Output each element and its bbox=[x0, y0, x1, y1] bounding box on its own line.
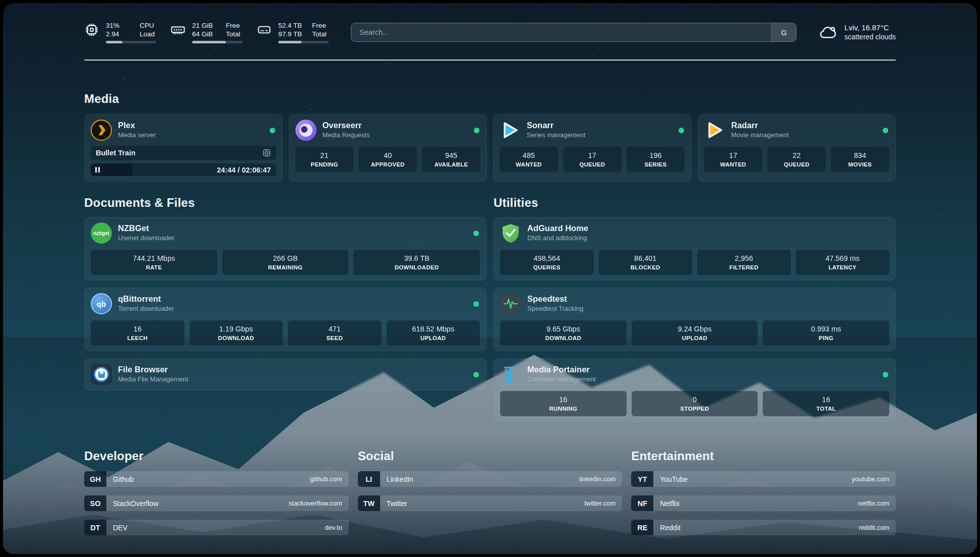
disk-widget: 52.4 TB 97.9 TB Free Total bbox=[257, 21, 329, 43]
filebrowser-icon bbox=[91, 364, 112, 385]
weather-location-temp: Lviv, 16.87°C bbox=[844, 23, 896, 32]
stat-value: 17 bbox=[565, 151, 620, 160]
stat-label: AVAILABLE bbox=[424, 160, 478, 169]
portainer-icon bbox=[500, 364, 521, 385]
bookmark-abbr: NF bbox=[631, 495, 653, 511]
bookmark-group-developer: Developer GH Github github.com SO StackO… bbox=[84, 449, 349, 544]
service-name: Sonarr bbox=[527, 120, 672, 130]
service-card-nzbget[interactable]: nzbget NZBGet Usenet downloader 744.21 M… bbox=[84, 217, 486, 281]
stat-value: 16 bbox=[765, 395, 887, 404]
section-utilities: Utilities bbox=[494, 196, 896, 429]
now-playing-icon bbox=[262, 148, 271, 157]
bookmark-url: github.com bbox=[310, 475, 342, 483]
stat-label: UPLOAD bbox=[389, 334, 478, 342]
bookmark-url: reddit.com bbox=[859, 524, 889, 531]
memory-progress-fill bbox=[192, 41, 226, 43]
stat-value: 0.993 ms bbox=[765, 324, 887, 333]
service-subtitle: Movie management bbox=[731, 130, 877, 140]
adguard-icon bbox=[500, 222, 521, 244]
service-card-sonarr[interactable]: Sonarr Series management 485 WANTED 17 Q… bbox=[493, 114, 692, 182]
stat-queued: 22 QUEUED bbox=[767, 147, 826, 172]
service-subtitle: Usenet downloader bbox=[118, 233, 467, 243]
cpu-progress-fill bbox=[106, 41, 122, 43]
disk-values: 52.4 TB 97.9 TB bbox=[278, 21, 305, 38]
cpu-labels: CPU Load bbox=[140, 21, 155, 38]
search-input[interactable] bbox=[351, 23, 771, 41]
stat-label: RATE bbox=[93, 263, 215, 271]
service-name: AdGuard Home bbox=[527, 223, 889, 233]
memory-widget: 21 GiB 64 GiB Free Total bbox=[170, 21, 242, 43]
stat-value: 834 bbox=[833, 151, 887, 160]
bookmark-url: youtube.com bbox=[852, 475, 889, 483]
service-card-qbittorrent[interactable]: qb qBittorrent Torrent downloader 16 LEE… bbox=[84, 288, 486, 351]
bookmark-group-social: Social LI LinkedIn linkedin.com TW Twitt… bbox=[358, 449, 623, 520]
snow-specks bbox=[3, 3, 4, 4]
stat-label: LATENCY bbox=[798, 263, 888, 271]
bookmark-name: Github bbox=[113, 475, 310, 483]
section-title-social: Social bbox=[358, 449, 623, 463]
bookmark-dev[interactable]: DT DEV dev.to bbox=[84, 520, 349, 535]
stat-value: 744.21 Mbps bbox=[93, 254, 215, 263]
stat-label: FILTERED bbox=[699, 263, 789, 271]
stat-value: 9.24 Gbps bbox=[634, 324, 756, 333]
section-media: Media Plex Media server bbox=[84, 92, 896, 182]
stat-wanted: 485 WANTED bbox=[500, 147, 558, 172]
disk-progress-fill bbox=[278, 41, 301, 43]
stat-label: PENDING bbox=[297, 160, 352, 169]
stat-label: DOWNLOAD bbox=[192, 334, 281, 342]
memory-values: 21 GiB 64 GiB bbox=[192, 21, 219, 38]
search-provider-button[interactable]: G bbox=[771, 23, 796, 41]
total-label: Total bbox=[312, 30, 327, 38]
status-dot bbox=[883, 128, 888, 133]
bookmark-netflix[interactable]: NF Netflix netflix.com bbox=[631, 495, 896, 511]
bookmark-github[interactable]: GH Github github.com bbox=[84, 471, 349, 487]
status-dot bbox=[473, 301, 479, 307]
memory-labels: Free Total bbox=[226, 21, 240, 38]
stat-upload: 9.24 Gbps UPLOAD bbox=[632, 320, 758, 346]
stat-total: 16 TOTAL bbox=[763, 391, 889, 416]
now-playing-time: 24:44 / 02:06:47 bbox=[217, 163, 271, 176]
bookmark-twitter[interactable]: TW Twitter twitter.com bbox=[358, 495, 623, 511]
status-dot bbox=[474, 128, 479, 133]
stat-value: 498,564 bbox=[502, 254, 592, 263]
service-card-adguard[interactable]: AdGuard Home DNS and adblocking 498,564 … bbox=[494, 217, 896, 281]
stat-label: QUEUED bbox=[565, 160, 620, 169]
stat-latency: 47.569 ms LATENCY bbox=[796, 250, 890, 275]
bookmark-youtube[interactable]: YT YouTube youtube.com bbox=[631, 471, 896, 487]
stat-label: QUEUED bbox=[769, 160, 824, 169]
service-card-plex[interactable]: Plex Media server Bullet Train bbox=[84, 114, 283, 182]
service-name: Radarr bbox=[731, 120, 877, 130]
stat-label: STOPPED bbox=[634, 405, 756, 413]
stat-label: APPROVED bbox=[360, 160, 415, 169]
stat-series: 196 SERIES bbox=[627, 147, 685, 172]
service-card-filebrowser[interactable]: File Browser Media File Management bbox=[84, 358, 486, 391]
stat-value: 40 bbox=[360, 151, 415, 160]
bookmark-reddit[interactable]: RE Reddit reddit.com bbox=[631, 520, 896, 535]
stat-value: 2,956 bbox=[699, 254, 789, 263]
nzbget-icon: nzbget bbox=[91, 222, 112, 244]
stat-value: 86,401 bbox=[601, 254, 691, 263]
bookmark-linkedin[interactable]: LI LinkedIn linkedin.com bbox=[358, 471, 623, 487]
status-dot bbox=[679, 128, 684, 133]
stat-label: QUERIES bbox=[502, 263, 592, 271]
service-card-overseerr[interactable]: Overseerr Media Requests 21 PENDING 40 A… bbox=[289, 114, 487, 182]
disk-progress-track bbox=[278, 41, 329, 43]
section-title-documents: Documents & Files bbox=[84, 196, 486, 210]
bookmark-url: netflix.com bbox=[858, 499, 889, 507]
bookmark-name: Reddit bbox=[660, 524, 859, 532]
stat-value: 485 bbox=[502, 151, 556, 160]
stat-label: PING bbox=[765, 334, 887, 342]
service-card-speedtest[interactable]: Speedtest Speedtest Tracking 9.65 Gbps D… bbox=[494, 288, 896, 351]
bookmark-stackoverflow[interactable]: SO StackOverflow stackoverflow.com bbox=[84, 495, 349, 511]
stat-value: 945 bbox=[424, 151, 478, 160]
bookmark-name: StackOverflow bbox=[113, 499, 288, 508]
service-name: Plex bbox=[118, 120, 264, 130]
service-card-radarr[interactable]: Radarr Movie management 17 WANTED 22 QUE… bbox=[698, 114, 896, 182]
memory-free-value: 21 GiB bbox=[192, 21, 219, 30]
bookmark-name: LinkedIn bbox=[387, 475, 579, 483]
bookmark-name: YouTube bbox=[660, 475, 851, 483]
stat-value: 266 GB bbox=[224, 254, 347, 263]
bookmark-abbr: SO bbox=[84, 495, 106, 511]
service-card-portainer[interactable]: Media Portainer Container management 16 … bbox=[494, 358, 896, 422]
stat-label: WANTED bbox=[706, 160, 761, 169]
